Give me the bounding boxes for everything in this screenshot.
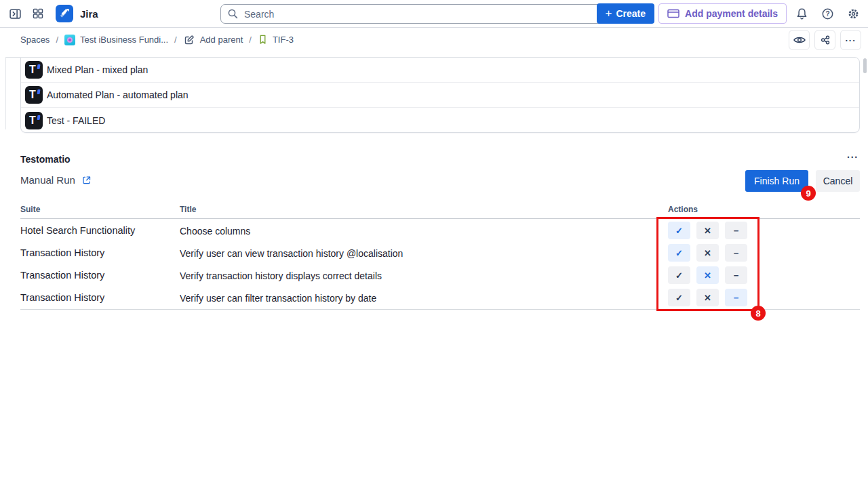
title-cell: Verify transaction history displays corr… [180, 270, 382, 281]
watch-button[interactable] [789, 30, 810, 50]
breadcrumb-space-label: Test iBusiness Fundi... [80, 35, 168, 45]
space-avatar [64, 35, 75, 45]
notifications-button[interactable] [791, 3, 812, 24]
top-navigation-bar: Jira + Create Add [0, 0, 868, 28]
test-plans-list: T Mixed Plan - mixed plan T Automated Pl… [20, 57, 860, 133]
list-item-plan[interactable]: T Mixed Plan - mixed plan [21, 58, 859, 83]
skip-button[interactable]: − [725, 222, 747, 239]
suite-cell: Transaction History [20, 247, 104, 258]
breadcrumb-separator: / [174, 35, 177, 45]
share-button[interactable] [814, 30, 835, 50]
payment-button-label: Add payment details [685, 8, 778, 19]
run-title: Manual Run [20, 174, 75, 186]
logo-letter: T [25, 112, 40, 129]
suite-cell: Transaction History [20, 270, 104, 281]
suite-cell: Transaction History [20, 292, 104, 303]
skip-button[interactable]: − [725, 244, 747, 262]
fail-button[interactable]: ✕ [696, 222, 719, 239]
cancel-button[interactable]: Cancel [816, 170, 860, 192]
row-actions: ✓ ✕ − [668, 222, 747, 239]
help-icon: ? [821, 7, 834, 20]
fail-button[interactable]: ✕ [696, 289, 719, 306]
pass-button[interactable]: ✓ [668, 266, 690, 284]
jira-logo[interactable] [56, 5, 73, 22]
collapse-sidebar-icon [9, 7, 22, 20]
topbar-right-group: + Create Add payment details [597, 0, 864, 27]
fail-button[interactable]: ✕ [696, 266, 719, 284]
plan-title: Test - FAILED [47, 115, 105, 126]
skip-button[interactable]: − [725, 289, 747, 306]
table-header-divider [20, 218, 860, 219]
share-icon [820, 35, 831, 45]
breadcrumb-spaces[interactable]: Spaces [20, 35, 50, 45]
logo-letter: T [25, 86, 40, 104]
list-item-plan[interactable]: T Test - FAILED [21, 108, 859, 133]
pass-button[interactable]: ✓ [668, 244, 690, 262]
jira-page: Jira + Create Add [0, 0, 868, 488]
plus-icon: + [606, 7, 612, 19]
credit-card-icon [667, 9, 679, 18]
column-header-suite: Suite [20, 205, 40, 214]
page-header-bar: Spaces / Test iBusiness Fundi... / Add p… [0, 28, 868, 52]
more-actions-button[interactable]: ··· [840, 30, 861, 50]
table-row: Transaction History Verify transaction h… [20, 264, 860, 287]
logo-letter: T [25, 61, 40, 79]
finish-run-button[interactable]: Finish Run [745, 170, 808, 192]
section-more-button[interactable]: ··· [847, 152, 859, 163]
more-icon: ··· [846, 35, 856, 45]
testomatio-logo-icon: T [25, 61, 43, 79]
breadcrumb-page[interactable]: TIF-3 [258, 34, 294, 45]
collapse-sidebar-button[interactable] [4, 3, 26, 24]
table-row: Hotel Search Functionality Choose column… [20, 220, 860, 242]
breadcrumb-add-parent[interactable]: Add parent [183, 34, 243, 46]
skip-button[interactable]: − [725, 266, 747, 284]
global-search [220, 4, 610, 24]
breadcrumb-separator: / [56, 35, 58, 45]
annotation-step-badge: 9 [801, 186, 816, 201]
search-input[interactable] [220, 4, 610, 24]
scrollbar-thumb[interactable] [863, 58, 867, 73]
add-payment-details-button[interactable]: Add payment details [658, 3, 787, 24]
topbar-left-group: Jira [4, 0, 98, 27]
breadcrumb-space[interactable]: Test iBusiness Fundi... [64, 35, 168, 45]
pass-button[interactable]: ✓ [668, 222, 690, 239]
app-switcher-icon [32, 7, 44, 20]
help-button[interactable]: ? [816, 3, 838, 24]
settings-button[interactable] [842, 3, 864, 24]
external-link-icon[interactable] [81, 175, 92, 185]
breadcrumb-separator: / [249, 35, 252, 45]
table-row: Transaction History Verify user can filt… [20, 287, 860, 309]
fail-button[interactable]: ✕ [696, 244, 719, 262]
gear-icon [847, 7, 860, 20]
table-bottom-divider [20, 309, 860, 310]
table-row: Transaction History Verify user can view… [20, 242, 860, 264]
edit-pencil-icon [183, 34, 195, 46]
row-actions: ✓ ✕ − [668, 266, 747, 284]
svg-text:?: ? [825, 9, 829, 17]
column-header-actions: Actions [668, 205, 698, 214]
breadcrumb: Spaces / Test iBusiness Fundi... / Add p… [20, 28, 294, 52]
app-switcher-button[interactable] [27, 3, 49, 24]
create-button[interactable]: + Create [597, 3, 655, 24]
suite-cell: Hotel Search Functionality [20, 225, 135, 236]
search-icon [227, 8, 239, 20]
list-item-plan[interactable]: T Automated Plan - automated plan [21, 83, 859, 108]
row-actions: ✓ ✕ − [668, 289, 747, 306]
bell-icon [795, 7, 808, 20]
eye-icon [793, 35, 806, 45]
pass-button[interactable]: ✓ [668, 289, 690, 306]
divider [5, 57, 20, 58]
run-header: Manual Run [20, 174, 92, 186]
bookmark-icon [258, 34, 268, 45]
page-header-actions: ··· [789, 30, 861, 50]
row-actions: ✓ ✕ − [668, 244, 747, 262]
title-cell: Verify user can filter transaction histo… [180, 293, 376, 304]
create-button-label: Create [616, 8, 646, 19]
section-title: Testomatio [20, 154, 71, 165]
title-cell: Verify user can view transaction history… [180, 248, 403, 259]
column-header-title: Title [180, 205, 196, 214]
testomatio-logo-icon: T [25, 112, 43, 129]
testomatio-logo-icon: T [25, 86, 43, 104]
plan-title: Mixed Plan - mixed plan [47, 64, 148, 75]
annotation-step-badge: 8 [751, 306, 766, 321]
